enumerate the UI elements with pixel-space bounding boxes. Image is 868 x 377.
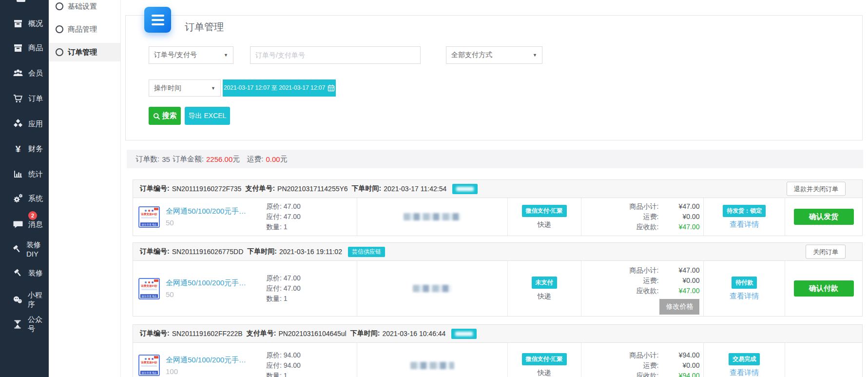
supplier-badge-redacted [452,184,478,194]
sub-sidebar: 基础设置 商品管理 订单管理 [49,0,121,377]
buyer-name-redacted [413,285,452,292]
order-row: 话费充值94折 移动 联通 电信 全网通50/100/200元手… 100 原价… [133,343,862,377]
sidebar-item-orders[interactable]: 订单 [0,89,49,108]
submenu-item-basic-settings[interactable]: 基础设置 [49,0,120,16]
action-cell: 确认付款 [785,261,862,316]
subtotal: ¥47.00 [658,265,699,276]
circle-icon [56,25,63,33]
sidebar-item-official-account[interactable]: 公众号 [0,315,49,334]
order-header: 订单编号: SN2011191602FF222B 支付单号: PN2021031… [133,325,862,343]
product-spec: 100 [166,367,261,376]
chevron-down-icon: ▼ [224,53,228,58]
order-time: 2021-03-16 19:11:02 [279,248,342,256]
sidebar-item-apps[interactable]: 应用 [0,114,49,134]
cart-icon [12,93,24,104]
collapse-menu-button[interactable] [144,7,171,33]
receivable: ¥94.00 [658,371,699,377]
modify-price-button[interactable]: 修改价格 [659,299,699,315]
calendar-icon [328,84,335,92]
date-range-value: 2021-03-17 12:07 至 2021-03-17 12:07 [224,84,325,92]
sidebar-item-messages[interactable]: 2 消息 [0,215,49,234]
delivery-type: 快递 [538,292,551,301]
product-thumbnail[interactable]: 话费充值94折 移动 联通 电信 [138,355,160,376]
buyer-name-redacted [404,213,461,220]
time-type-select[interactable]: 操作时间 ▼ [149,79,221,97]
quantity: 1 [284,295,288,302]
cubes-icon [12,118,24,130]
sidebar-item-stats[interactable]: 统计 [0,164,49,184]
delivery-type: 快递 [538,220,551,229]
main-sidebar: 概况 商品 会员 订单 应用 ¥ 财务 统计 系统 2 消息 装修DIY 装修 [0,0,49,377]
hamburger-icon [152,15,164,17]
status-cell: 交易完成 查看详情 [704,343,785,377]
price-info: 原价: 47.00 应付: 47.00 数量: 1 [266,273,301,304]
sidebar-item-label: 系统 [28,194,43,203]
view-details-link[interactable]: 查看详情 [730,292,759,301]
sidebar-item-decorate-diy[interactable]: 装修DIY [0,239,49,259]
sidebar-item-system[interactable]: 系统 [0,189,49,208]
orig-price: 47.00 [284,202,301,210]
totals-cell: 商品小计:¥47.00 运费:¥0.00 应收款:¥47.00 修改价格 [581,261,704,316]
bar-chart-icon [12,168,24,180]
shipping-fee: ¥0.00 [658,212,699,222]
sidebar-item-members[interactable]: 会员 [0,63,49,83]
filter-panel [125,15,863,140]
refund-close-order-button[interactable]: 退款并关闭订单 [787,182,846,196]
chevron-down-icon: ▼ [211,86,215,91]
order-header: 订单编号: SN20111916026775DD 下单时间: 2021-03-1… [133,243,862,261]
product-name-link[interactable]: 全网通50/100/200元手… [166,356,261,365]
view-details-link[interactable]: 查看详情 [730,368,759,377]
gavel-icon [12,267,24,279]
sidebar-item-decorate[interactable]: 装修 [0,263,49,283]
confirm-ship-button[interactable]: 确认发货 [794,209,854,225]
quantity: 1 [284,372,288,377]
view-details-link[interactable]: 查看详情 [730,220,759,229]
amount-value: 2256.00 [206,155,232,163]
sidebar-item-products[interactable]: 商品 [0,38,49,58]
quantity: 1 [284,223,288,231]
orig-price: 47.00 [284,274,301,282]
sidebar-item-label: 消息 [28,220,43,229]
submenu-item-order-management[interactable]: 订单管理 [49,43,120,61]
buyer-cell [357,261,508,316]
sidebar-item-label: 应用 [28,119,43,129]
sidebar-item-mini-program[interactable]: 小程序 [0,290,49,310]
order-row: 话费充值94折 移动 联通 电信 全网通50/100/200元手… 50 原价:… [133,261,862,316]
payment-method-badge: 微信支付-汇聚 [522,205,567,217]
payment-status-badge: 未支付 [532,277,557,289]
order-sn: SN2011191602FF222B [172,330,243,337]
status-cell: 待发货：锁定 查看详情 [704,198,785,236]
sidebar-item-finance[interactable]: ¥ 财务 [0,139,49,159]
payment-sn: PN20210317114255Y6 [277,185,348,193]
select-value: 全部支付方式 [451,51,492,60]
search-type-select[interactable]: 订单号/支付号 ▼ [149,46,233,64]
subtotal: ¥94.00 [658,350,699,360]
order-number-input[interactable] [250,46,421,64]
payment-method-select[interactable]: 全部支付方式 ▼ [446,46,542,64]
submenu-item-label: 订单管理 [68,48,97,57]
product-name-link[interactable]: 全网通50/100/200元手… [166,207,261,216]
order-card: 订单编号: SN20111916026775DD 下单时间: 2021-03-1… [133,242,863,317]
product-thumbnail[interactable]: 话费充值94折 移动 联通 电信 [138,278,160,299]
export-excel-button[interactable]: 导出 EXCEL [185,107,230,125]
supplier-badge: 芸信供应链 [348,247,385,257]
product-spec: 50 [166,290,261,298]
circle-icon [56,48,63,56]
product-name-link[interactable]: 全网通50/100/200元手… [166,278,261,288]
product-cell: 话费充值94折 移动 联通 电信 全网通50/100/200元手… 100 原价… [133,343,357,377]
gears-icon [12,193,24,204]
date-range-picker[interactable]: 2021-03-17 12:07 至 2021-03-17 12:07 [223,79,336,97]
receivable: ¥47.00 [658,286,699,296]
product-thumbnail[interactable]: 话费充值94折 移动 联通 电信 [138,206,160,228]
confirm-payment-button[interactable]: 确认付款 [794,280,854,297]
submenu-item-product-management[interactable]: 商品管理 [49,20,120,39]
close-order-button[interactable]: 关闭订单 [806,245,846,259]
action-cell: 确认发货 [785,198,862,236]
sidebar-item-overview[interactable]: 概况 [0,14,49,33]
sidebar-item-label: 商品 [28,43,43,53]
status-cell: 待付款 查看详情 [704,261,785,316]
buyer-name-redacted [410,362,454,369]
paid-price: 94.00 [284,361,301,369]
search-button[interactable]: 搜索 [149,107,181,125]
order-card: 订单编号: SN2011191602FF222B 支付单号: PN2021031… [133,324,863,377]
